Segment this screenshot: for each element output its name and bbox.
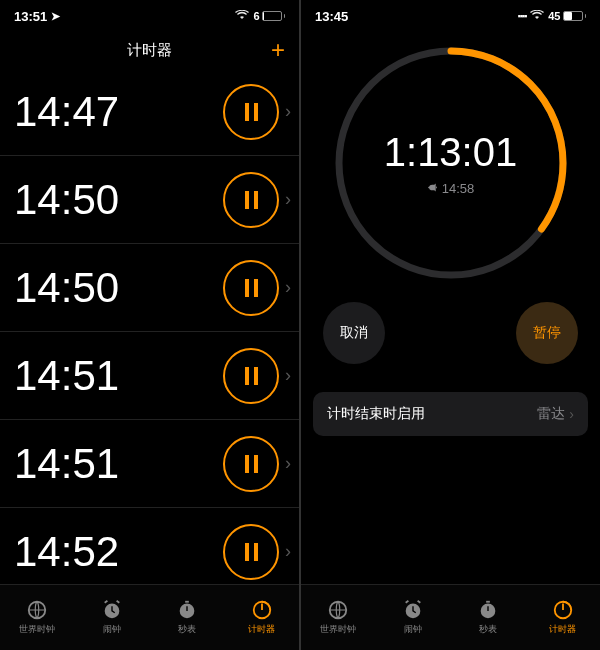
alarm-icon <box>402 599 424 621</box>
timer-icon <box>552 599 574 621</box>
tab-bar: 世界时钟闹钟秒表计时器 <box>301 584 600 650</box>
pause-timer-button[interactable] <box>223 436 279 492</box>
timer-row[interactable]: 14:52› <box>0 508 299 584</box>
chevron-right-icon: › <box>285 541 291 562</box>
time-remaining: 1:13:01 <box>384 130 517 175</box>
bell-icon <box>427 181 438 196</box>
timer-row[interactable]: 14:47› <box>0 68 299 156</box>
timer-row[interactable]: 14:50› <box>0 156 299 244</box>
timer-time: 14:51 <box>14 440 223 488</box>
page-title: 计时器 <box>127 41 172 60</box>
timer-time: 14:50 <box>14 176 223 224</box>
pause-icon <box>245 367 258 385</box>
timer-icon <box>251 599 273 621</box>
globe-icon <box>327 599 349 621</box>
status-bar: 13:45 ▪▪▪▪ 45 <box>301 0 600 32</box>
chevron-right-icon: › <box>285 277 291 298</box>
alarm-icon <box>101 599 123 621</box>
tab-timer[interactable]: 计时器 <box>224 585 299 650</box>
stopwatch-icon <box>477 599 499 621</box>
chevron-right-icon: › <box>285 453 291 474</box>
timer-time: 14:52 <box>14 528 223 576</box>
tab-world-clock[interactable]: 世界时钟 <box>301 585 376 650</box>
tab-timer[interactable]: 计时器 <box>525 585 600 650</box>
pause-timer-button[interactable] <box>223 172 279 228</box>
signal-icon: ▪▪▪▪ <box>517 11 526 21</box>
timer-time: 14:51 <box>14 352 223 400</box>
pause-timer-button[interactable] <box>223 260 279 316</box>
tab-alarm[interactable]: 闹钟 <box>376 585 451 650</box>
tab-alarm[interactable]: 闹钟 <box>75 585 150 650</box>
location-icon: ➤ <box>51 10 60 23</box>
chevron-right-icon: › <box>285 365 291 386</box>
status-time: 13:45 <box>315 9 348 24</box>
status-bar: 13:51 ➤ 6 <box>0 0 299 32</box>
tab-stopwatch[interactable]: 秒表 <box>451 585 526 650</box>
add-timer-button[interactable]: + <box>271 36 285 64</box>
timer-end-sound-row[interactable]: 计时结束时启用 雷达 › <box>313 392 588 436</box>
pause-icon <box>245 103 258 121</box>
pause-icon <box>245 191 258 209</box>
pause-icon <box>245 279 258 297</box>
pause-button[interactable]: 暂停 <box>516 302 578 364</box>
header: 计时器 + <box>0 32 299 68</box>
wifi-icon <box>235 10 249 22</box>
pause-timer-button[interactable] <box>223 84 279 140</box>
cancel-button[interactable]: 取消 <box>323 302 385 364</box>
right-screen: 13:45 ▪▪▪▪ 45 1:13:01 <box>301 0 600 650</box>
battery-indicator: 6 <box>253 10 285 22</box>
tab-label: 世界时钟 <box>19 623 55 636</box>
sound-row-label: 计时结束时启用 <box>327 405 425 423</box>
tab-bar: 世界时钟闹钟秒表计时器 <box>0 584 299 650</box>
timer-time: 14:47 <box>14 88 223 136</box>
timer-row[interactable]: 14:50› <box>0 244 299 332</box>
battery-pct: 6 <box>253 10 259 22</box>
tab-world-clock[interactable]: 世界时钟 <box>0 585 75 650</box>
pause-timer-button[interactable] <box>223 348 279 404</box>
globe-icon <box>26 599 48 621</box>
tab-label: 计时器 <box>248 623 275 636</box>
timer-row[interactable]: 14:51› <box>0 332 299 420</box>
chevron-right-icon: › <box>569 406 574 422</box>
stopwatch-icon <box>176 599 198 621</box>
svg-rect-10 <box>486 601 490 603</box>
pause-icon <box>245 543 258 561</box>
left-screen: 13:51 ➤ 6 计时器 + 14:47›14:50›14:50›14:51›… <box>0 0 299 650</box>
timer-ring: 1:13:01 14:58 <box>332 44 570 282</box>
pause-icon <box>245 455 258 473</box>
sound-row-value: 雷达 <box>537 405 565 423</box>
tab-label: 世界时钟 <box>320 623 356 636</box>
svg-rect-3 <box>185 601 189 603</box>
timer-list: 14:47›14:50›14:50›14:51›14:51›14:52› <box>0 68 299 584</box>
wifi-icon <box>530 10 544 22</box>
tab-stopwatch[interactable]: 秒表 <box>150 585 225 650</box>
tab-label: 闹钟 <box>404 623 422 636</box>
chevron-right-icon: › <box>285 189 291 210</box>
chevron-right-icon: › <box>285 101 291 122</box>
timer-end-time: 14:58 <box>442 181 475 196</box>
tab-label: 闹钟 <box>103 623 121 636</box>
pause-timer-button[interactable] <box>223 524 279 580</box>
timer-time: 14:50 <box>14 264 223 312</box>
tab-label: 秒表 <box>479 623 497 636</box>
battery-indicator: 45 <box>548 10 586 22</box>
timer-row[interactable]: 14:51› <box>0 420 299 508</box>
status-time: 13:51 <box>14 9 47 24</box>
tab-label: 秒表 <box>178 623 196 636</box>
tab-label: 计时器 <box>549 623 576 636</box>
battery-pct: 45 <box>548 10 560 22</box>
